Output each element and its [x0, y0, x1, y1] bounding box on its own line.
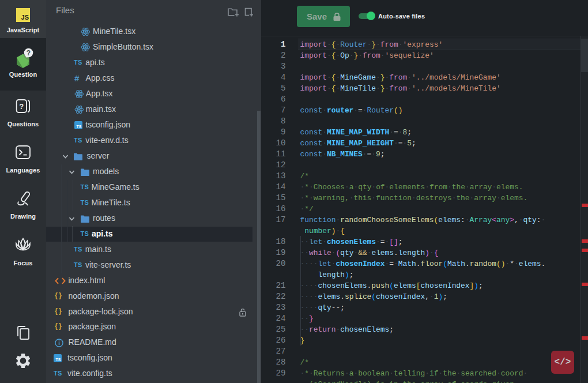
- svg-text:?: ?: [19, 102, 24, 111]
- svg-text:?: ?: [27, 49, 31, 57]
